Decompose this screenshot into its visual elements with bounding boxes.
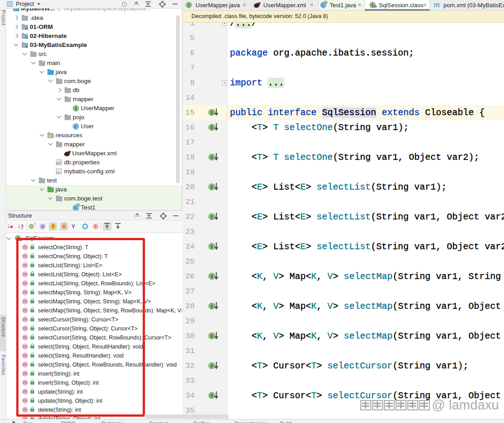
- svg-text:I: I: [211, 244, 213, 249]
- svg-text:I: I: [211, 154, 213, 160]
- svg-text:I: I: [211, 274, 213, 279]
- svg-text:I: I: [211, 125, 213, 130]
- svg-text:I: I: [211, 393, 213, 398]
- svg-text:I: I: [211, 184, 213, 190]
- svg-text:I: I: [211, 363, 213, 368]
- svg-text:I: I: [211, 214, 213, 219]
- svg-text:I: I: [211, 303, 213, 309]
- svg-text:I: I: [211, 333, 213, 339]
- svg-text:I: I: [211, 110, 213, 115]
